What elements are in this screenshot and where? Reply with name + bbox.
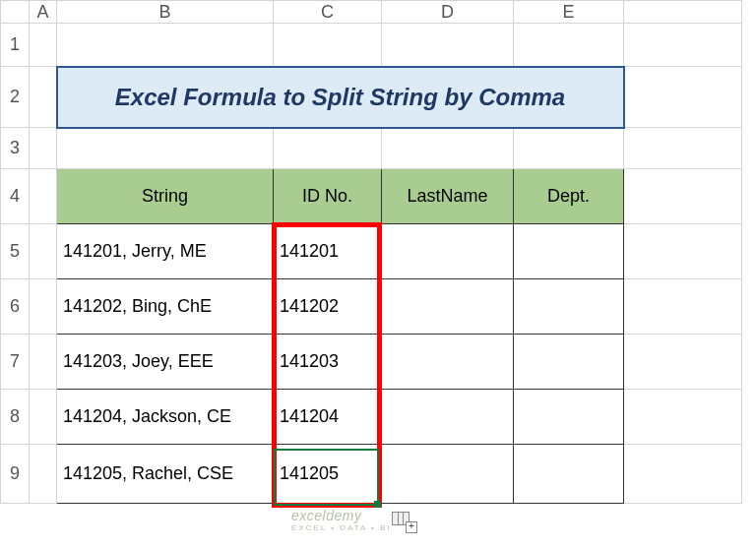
table-cell-last[interactable] [382, 445, 514, 504]
row-header-5[interactable]: 5 [1, 224, 30, 279]
table-cell-string[interactable]: 141202, Bing, ChE [57, 279, 274, 335]
spreadsheet-grid: A B C D E 1 2 Excel Formula to Split Str… [0, 0, 742, 504]
col-header-d[interactable]: D [382, 1, 514, 24]
col-header-e[interactable]: E [514, 1, 624, 24]
cell[interactable] [30, 279, 57, 335]
cell[interactable] [624, 390, 742, 445]
table-cell-last[interactable] [382, 390, 514, 445]
row-header-7[interactable]: 7 [1, 335, 30, 390]
row-header-3[interactable]: 3 [1, 128, 30, 169]
col-header-a[interactable]: A [30, 1, 57, 24]
cell[interactable] [30, 67, 57, 128]
table-cell-last[interactable] [382, 335, 514, 390]
cell[interactable] [274, 128, 382, 169]
cell[interactable] [30, 24, 57, 67]
cell[interactable] [624, 279, 742, 335]
table-header-string[interactable]: String [57, 169, 274, 224]
cell[interactable] [30, 169, 57, 224]
page-title: Excel Formula to Split String by Comma [58, 84, 623, 111]
cell[interactable] [624, 335, 742, 390]
cell[interactable] [30, 445, 57, 504]
cell[interactable] [274, 24, 382, 67]
table-header-dept[interactable]: Dept. [514, 169, 624, 224]
table-cell-id[interactable]: 141202 [274, 279, 382, 335]
watermark-brand: exceldemy [291, 508, 361, 523]
table-cell-last[interactable] [382, 279, 514, 335]
cell[interactable] [30, 128, 57, 169]
cell[interactable] [624, 24, 742, 67]
watermark: exceldemy EXCEL • DATA • BI [291, 508, 392, 532]
cell[interactable] [57, 24, 274, 67]
table-cell-dept[interactable] [514, 335, 624, 390]
cell[interactable] [514, 128, 624, 169]
table-header-lastname[interactable]: LastName [382, 169, 514, 224]
row-header-9[interactable]: 9 [1, 445, 30, 504]
title-cell[interactable]: Excel Formula to Split String by Comma [57, 67, 624, 128]
col-header-f[interactable] [624, 1, 742, 24]
cell[interactable] [624, 445, 742, 504]
cell[interactable] [514, 24, 624, 67]
col-header-b[interactable]: B [57, 1, 274, 24]
table-cell-dept[interactable] [514, 390, 624, 445]
table-cell-dept[interactable] [514, 224, 624, 279]
table-cell-string[interactable]: 141204, Jackson, CE [57, 390, 274, 445]
cell[interactable] [382, 24, 514, 67]
cell[interactable] [624, 67, 742, 128]
table-cell-id[interactable]: 141201 [274, 224, 382, 279]
table-cell-dept[interactable] [514, 445, 624, 504]
table-cell-id[interactable]: 141205 [274, 445, 382, 504]
cell[interactable] [624, 224, 742, 279]
watermark-tagline: EXCEL • DATA • BI [291, 523, 392, 532]
row-header-8[interactable]: 8 [1, 390, 30, 445]
cell[interactable] [30, 390, 57, 445]
cell[interactable] [30, 335, 57, 390]
cell[interactable] [382, 128, 514, 169]
table-cell-dept[interactable] [514, 279, 624, 335]
table-cell-id[interactable]: 141203 [274, 335, 382, 390]
select-all-corner[interactable] [1, 1, 30, 24]
col-header-c[interactable]: C [274, 1, 382, 24]
table-cell-string[interactable]: 141203, Joey, EEE [57, 335, 274, 390]
row-header-6[interactable]: 6 [1, 279, 30, 335]
table-cell-string[interactable]: 141201, Jerry, ME [57, 224, 274, 279]
cell[interactable] [57, 128, 274, 169]
autofill-options-button[interactable]: + [392, 512, 413, 529]
cell[interactable] [30, 224, 57, 279]
row-header-4[interactable]: 4 [1, 169, 30, 224]
table-cell-string[interactable]: 141205, Rachel, CSE [57, 445, 274, 504]
table-cell-last[interactable] [382, 224, 514, 279]
table-cell-id[interactable]: 141204 [274, 390, 382, 445]
cell[interactable] [624, 128, 742, 169]
row-header-1[interactable]: 1 [1, 24, 30, 67]
row-header-2[interactable]: 2 [1, 67, 30, 128]
cell[interactable] [624, 169, 742, 224]
table-header-id[interactable]: ID No. [274, 169, 382, 224]
